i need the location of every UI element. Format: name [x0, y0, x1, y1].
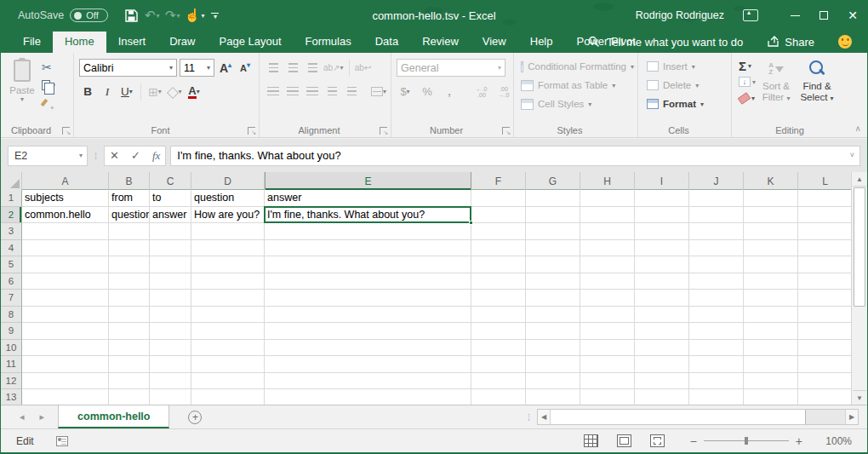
- normal-view-button[interactable]: [584, 434, 598, 447]
- cell-C7[interactable]: [150, 290, 191, 307]
- cell-K4[interactable]: [744, 240, 798, 257]
- cell-D13[interactable]: [191, 389, 265, 406]
- cell-E12[interactable]: [265, 373, 471, 390]
- cell-K8[interactable]: [744, 307, 798, 324]
- cell-A8[interactable]: [22, 307, 109, 324]
- cell-E1[interactable]: answer: [265, 190, 471, 207]
- close-button[interactable]: ✕: [838, 0, 867, 31]
- column-header-J[interactable]: J: [689, 172, 744, 190]
- cell-C9[interactable]: [150, 323, 191, 340]
- cell-F5[interactable]: [471, 256, 526, 273]
- sheet-tab-common-hello[interactable]: common-hello: [58, 405, 169, 428]
- cell-L12[interactable]: [798, 373, 853, 390]
- zoom-slider[interactable]: [704, 440, 789, 441]
- cell-I10[interactable]: [635, 340, 689, 357]
- scroll-left-icon[interactable]: ◀: [538, 410, 551, 424]
- cell-A7[interactable]: [22, 290, 109, 307]
- cell-A4[interactable]: [22, 240, 109, 257]
- cell-G12[interactable]: [526, 373, 580, 390]
- decrease-decimal-button[interactable]: .00 →.0: [495, 83, 512, 101]
- copy-button[interactable]: ▾: [42, 78, 55, 92]
- column-header-K[interactable]: K: [744, 172, 798, 190]
- save-button[interactable]: [123, 5, 140, 26]
- cell-I2[interactable]: [635, 207, 689, 224]
- fill-button[interactable]: ↓▾: [739, 75, 756, 89]
- cell-H13[interactable]: [580, 389, 635, 406]
- select-all-button[interactable]: [1, 172, 22, 190]
- cell-F2[interactable]: [471, 207, 526, 224]
- cell-B6[interactable]: [109, 273, 150, 290]
- cell-G2[interactable]: [526, 207, 580, 224]
- ribbon-display-options-icon[interactable]: [743, 9, 758, 21]
- tab-file[interactable]: File: [11, 32, 53, 53]
- horizontal-scrollbar[interactable]: ◀ ▶: [537, 409, 859, 425]
- cell-H12[interactable]: [580, 373, 635, 390]
- cell-J4[interactable]: [689, 240, 744, 257]
- enter-entry-button[interactable]: ✓: [131, 149, 140, 162]
- cell-C6[interactable]: [150, 273, 191, 290]
- column-header-B[interactable]: B: [109, 172, 150, 190]
- cell-L3[interactable]: [798, 223, 853, 240]
- cell-H8[interactable]: [580, 307, 635, 324]
- merge-center-button[interactable]: ▾: [370, 83, 387, 101]
- page-break-preview-button[interactable]: [650, 434, 665, 447]
- row-header-3[interactable]: 3: [1, 223, 22, 240]
- cell-C10[interactable]: [150, 340, 191, 357]
- cell-J2[interactable]: [689, 207, 744, 224]
- minimize-button[interactable]: [780, 0, 809, 31]
- cell-K9[interactable]: [744, 323, 798, 340]
- cell-B3[interactable]: [109, 223, 150, 240]
- cell-L4[interactable]: [798, 240, 853, 257]
- orientation-button[interactable]: ab↗▾: [323, 59, 344, 77]
- cell-D3[interactable]: [191, 223, 265, 240]
- cell-A11[interactable]: [22, 356, 109, 373]
- cell-L11[interactable]: [798, 356, 853, 373]
- cell-H10[interactable]: [580, 340, 635, 357]
- tab-formulas[interactable]: Formulas: [294, 32, 363, 53]
- cell-F4[interactable]: [471, 240, 526, 257]
- expand-formula-bar-icon[interactable]: ˅: [850, 151, 854, 159]
- cell-L9[interactable]: [798, 323, 853, 340]
- accounting-format-button[interactable]: $▾: [397, 83, 414, 101]
- column-header-G[interactable]: G: [526, 172, 580, 190]
- cell-C3[interactable]: [150, 223, 191, 240]
- cell-F8[interactable]: [471, 307, 526, 324]
- column-header-D[interactable]: D: [191, 172, 265, 190]
- cell-I8[interactable]: [635, 307, 689, 324]
- cell-E3[interactable]: [265, 223, 471, 240]
- cell-I4[interactable]: [635, 240, 689, 257]
- cell-K13[interactable]: [744, 389, 798, 406]
- cell-E5[interactable]: [265, 256, 471, 273]
- align-center-button[interactable]: [284, 83, 301, 101]
- name-box[interactable]: E2 ▾: [8, 146, 88, 166]
- increase-indent-button[interactable]: [343, 83, 360, 101]
- cell-E8[interactable]: [265, 307, 471, 324]
- macro-recording-icon[interactable]: [56, 436, 68, 446]
- cell-F1[interactable]: [471, 190, 526, 207]
- feedback-smiley-icon[interactable]: [838, 35, 852, 49]
- cell-H11[interactable]: [580, 356, 635, 373]
- cell-K10[interactable]: [744, 340, 798, 357]
- cell-J11[interactable]: [689, 356, 744, 373]
- touch-mouse-mode-button[interactable]: ☝▾: [185, 5, 205, 26]
- paste-button[interactable]: Paste ▾: [4, 57, 40, 110]
- scroll-right-icon[interactable]: ▶: [845, 410, 858, 424]
- cell-A10[interactable]: [22, 340, 109, 357]
- cell-H5[interactable]: [580, 256, 635, 273]
- cell-J6[interactable]: [689, 273, 744, 290]
- cell-B7[interactable]: [109, 290, 150, 307]
- cell-L7[interactable]: [798, 290, 853, 307]
- autosum-button[interactable]: Σ▾: [739, 59, 756, 72]
- horizontal-scroll-thumb[interactable]: [551, 410, 806, 424]
- row-header-5[interactable]: 5: [1, 256, 22, 273]
- cell-D9[interactable]: [191, 323, 265, 340]
- underline-button[interactable]: U▾: [118, 83, 135, 101]
- vertical-scrollbar[interactable]: ▲ ▼: [851, 172, 867, 405]
- cell-L6[interactable]: [798, 273, 853, 290]
- cell-F10[interactable]: [471, 340, 526, 357]
- decrease-font-size-button[interactable]: A▾: [237, 59, 254, 77]
- cell-A3[interactable]: [22, 223, 109, 240]
- italic-button[interactable]: I: [99, 83, 116, 101]
- cell-C8[interactable]: [150, 307, 191, 324]
- cell-J8[interactable]: [689, 307, 744, 324]
